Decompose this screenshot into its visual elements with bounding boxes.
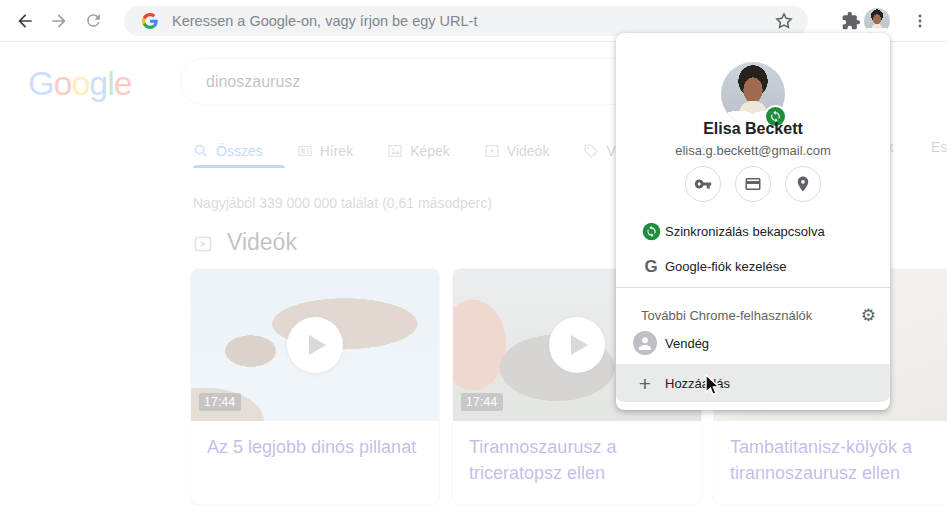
gear-icon[interactable]: ⚙ xyxy=(861,307,876,324)
address-bar[interactable]: Keressen a Google-on, vagy írjon be egy … xyxy=(124,6,808,36)
profile-menu: Elisa Beckett elisa.g.beckett@gmail.com … xyxy=(616,33,890,410)
account-shortcuts xyxy=(616,166,890,202)
other-profiles-label: További Chrome-felhasználók xyxy=(641,308,861,323)
mouse-cursor xyxy=(704,374,722,398)
menu-dots-icon[interactable] xyxy=(903,4,937,38)
bookmark-star-icon[interactable] xyxy=(774,11,794,31)
forward-button[interactable] xyxy=(42,4,76,38)
profile-email: elisa.g.beckett@gmail.com xyxy=(616,143,890,158)
manage-account-item[interactable]: G Google-fiók kezelése xyxy=(616,250,890,282)
url-placeholder: Keressen a Google-on, vagy írjon be egy … xyxy=(172,13,774,29)
guest-person-icon xyxy=(633,331,657,355)
plus-icon: + xyxy=(633,373,657,394)
sync-status-item[interactable]: Szinkronizálás bekapcsolva xyxy=(616,215,890,247)
add-profile-item[interactable]: + Hozzáadás xyxy=(616,364,890,402)
profile-avatar-button[interactable] xyxy=(864,8,890,34)
passwords-key-button[interactable] xyxy=(685,166,721,202)
manage-account-label: Google-fiók kezelése xyxy=(665,259,786,274)
avatar-photo xyxy=(864,8,890,34)
menu-divider xyxy=(616,287,890,288)
google-favicon xyxy=(142,13,158,29)
guest-profile-item[interactable]: Vendég xyxy=(616,325,890,361)
payments-card-button[interactable] xyxy=(735,166,771,202)
browser-window: Google dinoszaurusz Összes Hírek xyxy=(0,0,947,531)
profile-name: Elisa Beckett xyxy=(616,120,890,138)
sync-on-icon xyxy=(639,222,663,241)
guest-label: Vendég xyxy=(665,336,709,351)
sync-status-label: Szinkronizálás bekapcsolva xyxy=(665,224,825,239)
back-button[interactable] xyxy=(8,4,42,38)
addresses-pin-button[interactable] xyxy=(785,166,821,202)
reload-button[interactable] xyxy=(76,4,110,38)
google-g-icon: G xyxy=(639,258,663,275)
